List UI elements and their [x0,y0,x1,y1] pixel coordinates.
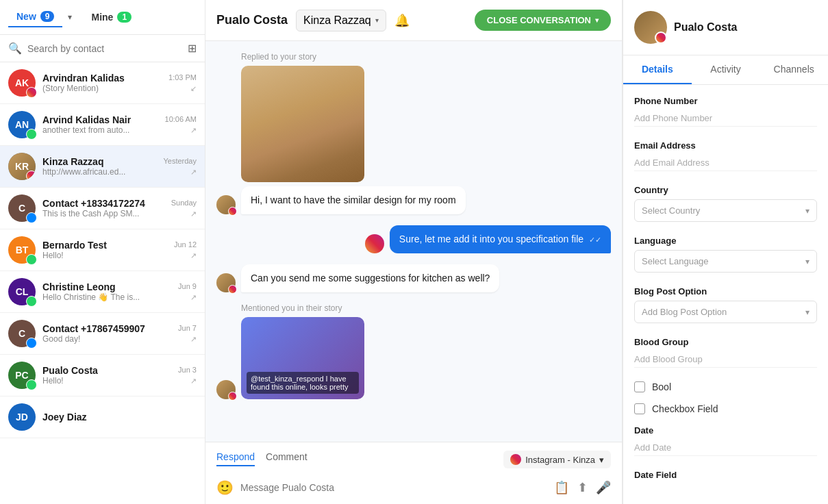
platform-badge-whatsapp [26,379,37,390]
attachment-button[interactable]: 📋 [554,480,569,495]
panel-tab-details[interactable]: Details [623,55,692,84]
platform-badge-whatsapp [26,129,37,140]
platform-label: Instagram - Kinza [525,455,595,465]
field-country: Country Select Country ▾ [634,185,817,222]
list-item[interactable]: CL Christine Leong Hello Christine 👋 The… [0,271,205,313]
list-item[interactable]: BT Bernardo Test Hello! Jun 12 ↗ [0,229,205,271]
field-bool: Bool [634,381,817,392]
platform-chevron-icon: ▾ [599,455,604,465]
audio-button[interactable]: 🎤 [596,480,611,495]
field-language: Language Select Language ▾ [634,236,817,273]
date-value[interactable]: Add Date [634,440,817,456]
contact-info: Bernardo Test Hello! [42,240,167,260]
msg-row-incoming: Replied to your story Hi, I want to have… [216,52,611,214]
tab-new-arrow[interactable]: ▾ [68,12,72,22]
emoji-button[interactable]: 🙂 [216,479,234,496]
platform-badge-instagram [26,171,36,180]
contact-large-name: Pualo Costa [674,21,737,34]
country-label: Country [634,185,817,195]
assignee-chevron-icon: ▾ [375,16,379,24]
contact-info: Contact +17867459907 Good day! [42,323,171,344]
tab-new-label: New [16,11,36,22]
message-input[interactable] [240,482,547,493]
chat-footer: Respond Comment Instagram - Kinza ▾ 🙂 📋 … [205,442,622,504]
alarm-icon[interactable]: 🔔 [394,13,410,28]
tab-comment[interactable]: Comment [266,451,308,466]
field-checkbox: Checkbox Field [634,403,817,414]
field-blood-group: Blood Group Add Blood Group [634,337,817,368]
upload-button[interactable]: ⬆ [577,480,588,495]
filter-icon[interactable]: ⊞ [188,42,197,55]
close-conversation-button[interactable]: CLOSE CONVERSATION ▾ [475,10,611,31]
list-item[interactable]: AK Arvindran Kalidas (Story Mention) 1:0… [0,62,205,104]
blog-post-label: Blog Post Option [634,286,817,297]
tab-respond[interactable]: Respond [216,451,255,466]
language-label: Language [634,236,817,246]
footer-actions: 📋 ⬆ 🎤 [554,480,611,495]
footer-tabs: Respond Comment [216,451,308,466]
contact-info: Arvind Kalidas Nair another text from au… [42,114,158,135]
avatar: AN [8,111,36,138]
search-input[interactable] [27,43,182,54]
sidebar-tabs: New 9 ▾ Mine 1 [0,0,205,35]
story-image [241,66,364,182]
contact-list: AK Arvindran Kalidas (Story Mention) 1:0… [0,62,205,504]
phone-label: Phone Number [634,96,817,106]
blog-post-select[interactable]: Add Blog Post Option ▾ [634,301,817,323]
country-placeholder: Select Country [642,205,700,216]
list-item[interactable]: PC Pualo Costa Hello! Jun 3 ↗ [0,355,205,396]
bool-label: Bool [652,381,671,392]
platform-badge-whatsapp [26,254,37,265]
country-chevron-icon: ▾ [805,206,810,216]
tab-new[interactable]: New 9 [8,7,62,27]
bubble-outgoing: Sure, let me add it into you specificati… [390,225,611,253]
language-select[interactable]: Select Language ▾ [634,250,817,273]
chat-header: Pualo Costa Kinza Razzaq ▾ 🔔 CLOSE CONVE… [205,0,622,41]
panel-tab-activity[interactable]: Activity [692,55,760,84]
msg-row-outgoing: Sure, let me add it into you specificati… [216,225,611,253]
contact-info: Kinza Razzaq http://www.africau.ed... [42,156,156,177]
sidebar: New 9 ▾ Mine 1 🔍 ⊞ AK Arvindran Kalidas … [0,0,205,504]
list-item[interactable]: C Contact +18334172274 This is the Cash … [0,188,205,229]
avatar: JD [8,403,36,431]
close-chevron-icon: ▾ [595,16,599,24]
contact-header: Pualo Costa [623,0,828,55]
bool-checkbox[interactable] [634,381,645,392]
right-panel: Pualo Costa Details Activity Channels Ph… [623,0,828,504]
list-item-active[interactable]: KR Kinza Razzaq http://www.africau.ed...… [0,146,205,188]
footer-input-row: 🙂 📋 ⬆ 🎤 [216,479,611,496]
story-mention-label: Mentioned you in their story [241,303,611,313]
tab-mine-label: Mine [91,12,113,23]
email-value[interactable]: Add Email Address [634,155,817,171]
list-item[interactable]: JD Joey Diaz [0,396,205,438]
search-bar: 🔍 ⊞ [0,35,205,62]
blog-post-placeholder: Add Blog Post Option [642,307,727,317]
double-tick-icon: ✓✓ [589,236,601,244]
bubble-incoming: Hi, I want to have the similar design fo… [241,186,466,214]
tab-mine[interactable]: Mine 1 [83,8,140,27]
list-item[interactable]: C Contact +17867459907 Good day! Jun 7 ↗ [0,313,205,355]
contact-info: Christine Leong Hello Christine 👋 The is… [42,281,171,302]
avatar: PC [8,362,36,389]
assignee-select[interactable]: Kinza Razzaq ▾ [296,10,386,32]
story-reply-label: Replied to your story [241,52,466,62]
checkbox-field-input[interactable] [634,403,645,414]
blood-group-label: Blood Group [634,337,817,347]
field-date: Date Add Date [634,425,817,456]
field-email: Email Address Add Email Address [634,140,817,171]
country-select[interactable]: Select Country ▾ [634,199,817,222]
avatar: BT [8,236,36,264]
msg-platform-instagram [228,285,237,294]
list-item[interactable]: AN Arvind Kalidas Nair another text from… [0,104,205,146]
contact-info: Arvindran Kalidas (Story Mention) [42,73,162,93]
field-phone: Phone Number Add Phone Number [634,96,817,127]
platform-selector[interactable]: Instagram - Kinza ▾ [503,451,611,468]
date-field-label: Date Field [634,470,817,480]
msg-platform-instagram [228,392,237,401]
platform-badge-whatsapp [26,296,37,307]
phone-value[interactable]: Add Phone Number [634,110,817,127]
panel-tabs: Details Activity Channels [623,55,828,85]
blood-group-value[interactable]: Add Blood Group [634,351,817,368]
panel-tab-channels[interactable]: Channels [760,55,828,84]
platform-badge-instagram [26,87,37,98]
